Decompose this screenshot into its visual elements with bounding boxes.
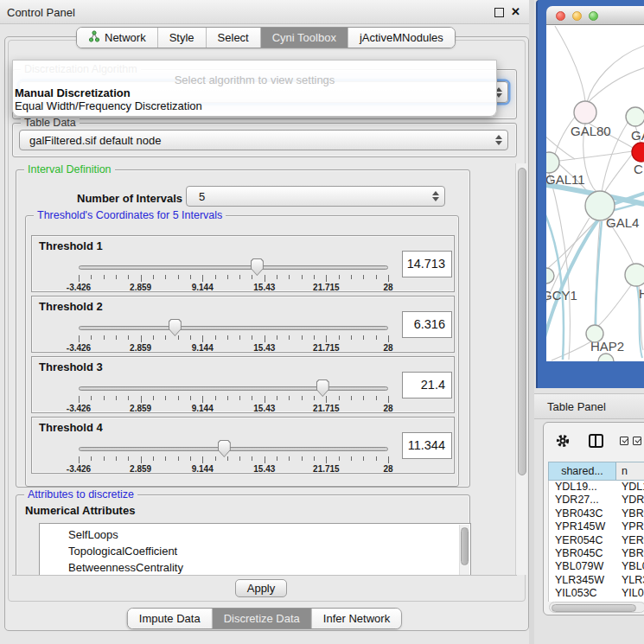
tick-mark (79, 335, 80, 342)
table-row[interactable]: YIL053CYIL0 (549, 587, 644, 600)
network-node[interactable] (546, 268, 554, 284)
gear-icon[interactable] (555, 433, 571, 449)
close-traffic-light-icon[interactable] (556, 11, 565, 21)
threshold-value-field[interactable]: 6.316 (402, 311, 452, 338)
select-none-checkbox-icon[interactable] (633, 437, 641, 445)
threshold-value-field[interactable]: 14.713 (402, 251, 452, 277)
table-scrollbar-thumb[interactable] (552, 604, 636, 612)
threshold-value-field[interactable]: 21.4 (402, 372, 452, 399)
network-edge[interactable] (598, 285, 631, 326)
tick-mark (104, 275, 105, 279)
table-row[interactable]: YLR345WYLR3 (549, 574, 644, 587)
network-canvas[interactable]: GAL80GACGAL11GAL4GCY1HHAP2 (546, 25, 644, 361)
list-item-topologicalcoefficient[interactable]: TopologicalCoefficient (40, 543, 470, 559)
tick-mark (165, 456, 166, 461)
tick-mark (141, 456, 142, 463)
tab-label: Network (105, 31, 146, 44)
threshold-slider-track[interactable] (79, 386, 388, 391)
network-node[interactable] (626, 107, 644, 126)
algorithm-option-equal-width-frequency-discretization[interactable]: Equal Width/Frequency Discretization (13, 99, 496, 112)
table-row[interactable]: YBL079WYBL0 (549, 560, 644, 573)
settings-vertical-scrollbar[interactable] (515, 163, 527, 575)
scale-label: 21.715 (313, 464, 340, 474)
column-header-shared-name[interactable]: shared... (549, 462, 616, 480)
tick-mark (289, 396, 290, 400)
tick-mark (252, 275, 252, 279)
table-row[interactable]: YDR27...YDR2 (549, 494, 644, 507)
attributes-scrollbar-thumb[interactable] (461, 527, 469, 565)
tab-style[interactable]: Style (158, 28, 207, 48)
table-row[interactable]: YER054CYER0 (549, 534, 644, 547)
tab-jactivemnodules[interactable]: jActiveMNodules (348, 28, 455, 48)
threshold-slider-handle[interactable] (251, 258, 264, 276)
tick-mark (265, 275, 265, 282)
threshold-slider-handle[interactable] (169, 319, 182, 336)
tab-network[interactable]: Network (77, 28, 158, 48)
tick-mark (202, 335, 203, 342)
tick-mark (351, 275, 352, 279)
network-node[interactable] (598, 354, 614, 361)
show-columns-icon[interactable] (589, 434, 603, 448)
table-row[interactable]: YPR145WYPR1 (549, 520, 644, 533)
tick-mark (91, 335, 92, 340)
tick-mark (363, 396, 364, 400)
close-icon[interactable]: ✕ (511, 5, 520, 18)
network-edge[interactable] (587, 45, 644, 102)
zoom-traffic-light-icon[interactable] (589, 11, 598, 21)
threshold-value-field[interactable]: 11.344 (402, 432, 452, 459)
attributes-group: Attributes to discretize Numerical Attri… (16, 494, 470, 576)
network-edge[interactable] (604, 152, 634, 193)
tick-mark (314, 456, 315, 461)
threshold-slider-track[interactable] (79, 326, 388, 330)
tab-cyni-toolbox[interactable]: Cyni Toolbox (261, 28, 348, 48)
network-edge[interactable] (552, 341, 591, 360)
scale-label: 15.43 (253, 404, 275, 413)
algorithm-dropdown-prompt: Select algorithm to view settings (13, 74, 496, 86)
apply-button[interactable]: Apply (235, 579, 287, 597)
network-node[interactable] (632, 143, 644, 162)
numerical-attributes-list[interactable]: SelfLoopsTopologicalCoefficientBetweenne… (39, 523, 471, 576)
tick-mark (351, 456, 352, 461)
tick-mark (128, 335, 129, 340)
table-row[interactable]: YBR045CYBR0 (549, 547, 644, 560)
network-node[interactable] (574, 101, 596, 124)
table-row[interactable]: YBR043CYBR0 (549, 507, 644, 520)
threshold-slider-handle[interactable] (218, 440, 231, 457)
tab-impute-data[interactable]: Impute Data (128, 609, 213, 628)
list-item-betweennesscentrality[interactable]: BetweennessCentrality (40, 559, 470, 576)
number-of-intervals-combobox[interactable]: 5 (186, 186, 445, 207)
attributes-scrollbar[interactable] (459, 525, 469, 576)
cell-shared-name: YER054C (549, 534, 616, 547)
table-data-combobox[interactable]: galFiltered.sif default node (19, 130, 508, 150)
tick-mark (178, 456, 179, 461)
network-view-window[interactable]: GAL80GACGAL11GAL4GCY1HHAP2 (536, 0, 644, 388)
threshold-slider-track[interactable] (79, 265, 388, 270)
network-node[interactable] (625, 264, 644, 286)
table-row[interactable]: YDL19...YDL1 (549, 481, 644, 494)
float-window-icon[interactable] (494, 8, 504, 17)
algorithm-option-manual-discretization[interactable]: Manual Discretization (13, 86, 496, 99)
network-edge[interactable] (555, 26, 585, 101)
network-node-label: GAL80 (571, 124, 611, 138)
list-item-selfloops[interactable]: SelfLoops (40, 526, 470, 543)
network-icon (88, 30, 100, 45)
threshold-slider-track[interactable] (79, 447, 388, 451)
minimize-traffic-light-icon[interactable] (572, 11, 582, 21)
scale-label: -3.426 (67, 283, 91, 292)
tick-mark (326, 396, 327, 403)
tick-mark (252, 456, 252, 461)
network-window-titlebar[interactable] (546, 6, 644, 25)
tab-select[interactable]: Select (207, 28, 261, 48)
column-header-name[interactable]: n (616, 462, 644, 480)
tab-discretize-data[interactable]: Discretize Data (213, 609, 312, 628)
select-all-checkbox-icon[interactable] (620, 437, 628, 445)
tick-mark (277, 335, 277, 340)
attributes-group-label: Attributes to discretize (24, 488, 137, 501)
tick-mark (239, 335, 240, 340)
network-node[interactable] (546, 152, 559, 173)
threshold-slider-handle[interactable] (316, 379, 329, 397)
table-horizontal-scrollbar[interactable] (549, 602, 644, 613)
settings-scrollbar-thumb[interactable] (518, 168, 526, 475)
tab-infer-network[interactable]: Infer Network (312, 609, 401, 628)
numerical-attributes-label: Numerical Attributes (25, 504, 135, 517)
